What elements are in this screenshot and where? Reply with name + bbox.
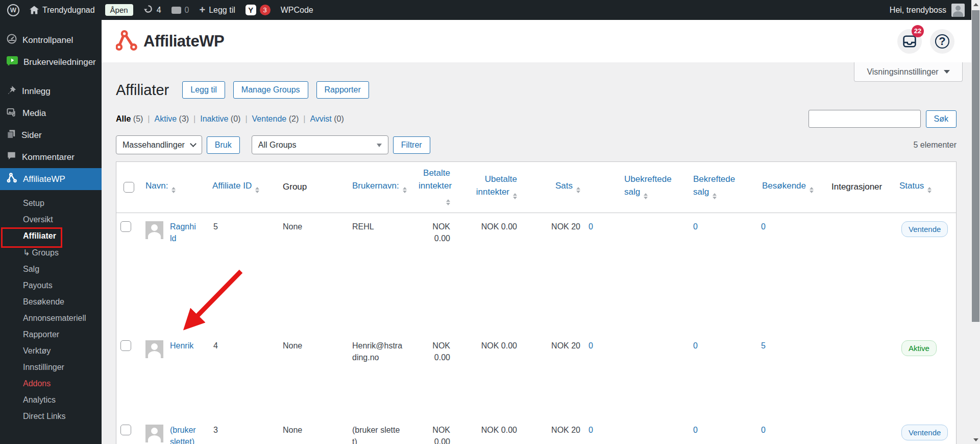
reports-button[interactable]: Rapporter bbox=[316, 81, 369, 99]
yoast-menu[interactable]: 3 bbox=[246, 5, 271, 15]
sidebar-item-comments[interactable]: Kommentarer bbox=[0, 146, 102, 168]
filter-inactive-link[interactable]: Inaktive bbox=[200, 114, 228, 123]
submenu-referrals[interactable]: Salg bbox=[0, 261, 102, 277]
submenu-reports[interactable]: Rapporter bbox=[0, 326, 102, 343]
page-scrollbar[interactable] bbox=[971, 0, 980, 444]
screen-options-toggle[interactable]: Visningsinnstillinger bbox=[854, 62, 963, 82]
submenu-payouts[interactable]: Payouts bbox=[0, 277, 102, 294]
filter-pending-link[interactable]: Ventende bbox=[252, 114, 287, 123]
visits-count-link[interactable]: 0 bbox=[761, 426, 766, 434]
select-all-checkbox[interactable] bbox=[124, 182, 134, 193]
cell-paid-earnings: NOK 0.00 bbox=[414, 416, 454, 444]
wp-admin-bar: Trendydugnad Åpen 4 0 + Legg til 3 WPCod… bbox=[0, 0, 980, 20]
groups-filter-select[interactable]: All Groups bbox=[252, 135, 388, 154]
column-status: Status bbox=[897, 175, 956, 200]
cell-username: (bruker slettet) bbox=[349, 416, 408, 444]
brand-name: AffiliateWP bbox=[143, 32, 224, 51]
unconfirmed-count-link[interactable]: 0 bbox=[589, 222, 593, 231]
confirmed-count-link[interactable]: 0 bbox=[693, 426, 698, 434]
scroll-down-button[interactable] bbox=[971, 435, 980, 444]
add-new-button[interactable]: Legg til bbox=[182, 81, 225, 99]
cell-username: Henrik@hstrading.no bbox=[349, 332, 408, 363]
plus-icon: + bbox=[199, 4, 205, 16]
site-menu[interactable]: Trendydugnad bbox=[30, 6, 95, 15]
sort-name-link[interactable]: Navn: bbox=[145, 181, 168, 191]
affiliate-name-link[interactable]: Ragnhild bbox=[170, 221, 197, 244]
sort-username-link[interactable]: Brukernavn: bbox=[352, 181, 399, 191]
submenu-creatives[interactable]: Annonsemateriell bbox=[0, 310, 102, 326]
filter-button[interactable]: Filtrer bbox=[393, 136, 430, 154]
comments-menu[interactable]: 0 bbox=[172, 6, 189, 15]
wordpress-logo-icon[interactable] bbox=[7, 4, 19, 16]
new-content-menu[interactable]: + Legg til bbox=[199, 4, 235, 16]
sort-visits-link[interactable]: Besøkende bbox=[762, 181, 806, 191]
home-icon bbox=[30, 6, 39, 14]
submenu-setup[interactable]: Setup bbox=[0, 195, 102, 212]
table-row: Ragnhild 5 None REHL NOK 0.00 NOK 0.00 N… bbox=[116, 213, 956, 332]
sort-affiliate-id-link[interactable]: Affiliate ID bbox=[212, 181, 252, 191]
account-greeting[interactable]: Hei, trendyboss bbox=[890, 6, 946, 15]
sort-status-link[interactable]: Status bbox=[899, 181, 924, 191]
sort-arrows-icon bbox=[513, 191, 517, 201]
submenu-tools[interactable]: Verktøy bbox=[0, 343, 102, 359]
sidebar-item-media[interactable]: Media bbox=[0, 102, 102, 124]
sort-arrows-icon bbox=[713, 191, 717, 201]
submenu-analytics[interactable]: Analytics bbox=[0, 392, 102, 408]
unconfirmed-count-link[interactable]: 0 bbox=[589, 341, 593, 350]
sidebar-item-posts[interactable]: Innlegg bbox=[0, 80, 102, 102]
apply-button[interactable]: Bruk bbox=[207, 136, 240, 154]
user-avatar[interactable] bbox=[951, 4, 965, 17]
filter-all-link[interactable]: Alle bbox=[116, 114, 131, 123]
sidebar-item-affiliatewp[interactable]: AffiliateWP bbox=[0, 168, 102, 190]
affiliate-name-link[interactable]: Henrik bbox=[170, 340, 193, 358]
confirmed-count-link[interactable]: 0 bbox=[693, 222, 698, 231]
submenu-overview[interactable]: Oversikt bbox=[0, 212, 102, 228]
filter-rejected-link[interactable]: Avvist bbox=[310, 114, 331, 123]
comments-icon bbox=[172, 7, 181, 14]
search-button[interactable]: Søk bbox=[926, 110, 957, 128]
visits-count-link[interactable]: 0 bbox=[761, 222, 766, 231]
updates-menu[interactable]: 4 bbox=[143, 4, 161, 16]
sidebar-item-dashboard[interactable]: Kontrollpanel bbox=[0, 29, 102, 51]
sort-unconfirmed-link[interactable]: Ubekreftede salg bbox=[624, 174, 672, 197]
cell-integrations bbox=[828, 213, 897, 221]
store-open-badge: Åpen bbox=[105, 4, 133, 16]
notifications-button[interactable]: 22 bbox=[897, 29, 922, 54]
wpcode-menu[interactable]: WPCode bbox=[281, 6, 313, 15]
row-checkbox[interactable] bbox=[120, 340, 131, 351]
search-input[interactable] bbox=[808, 110, 921, 128]
cell-unpaid-earnings: NOK 0.00 bbox=[454, 416, 521, 436]
sidebar-item-pages[interactable]: Sider bbox=[0, 124, 102, 146]
affiliate-name-link[interactable]: (bruker slettet) bbox=[170, 425, 197, 444]
unconfirmed-count-link[interactable]: 0 bbox=[589, 426, 593, 434]
sort-paid-earnings-link[interactable]: Betalte inntekter bbox=[419, 168, 452, 191]
help-button[interactable] bbox=[930, 29, 954, 54]
yoast-notification-badge: 3 bbox=[260, 5, 271, 15]
submenu-affiliates[interactable]: Affiliater bbox=[0, 228, 102, 244]
submenu-groups[interactable]: ↳Groups bbox=[0, 244, 102, 261]
scrollbar-thumb[interactable] bbox=[972, 10, 979, 322]
comments-count: 0 bbox=[185, 6, 189, 15]
branch-arrow-icon: ↳ bbox=[23, 248, 30, 257]
sidebar-item-user-guides[interactable]: Brukerveiledninger bbox=[0, 51, 102, 73]
scroll-up-button[interactable] bbox=[971, 0, 980, 9]
status-filter-links: Alle (5) | Aktive (3) | Inaktive (0) | V… bbox=[116, 114, 344, 124]
row-checkbox[interactable] bbox=[120, 221, 131, 232]
sort-arrows-icon bbox=[172, 185, 176, 195]
bulk-actions-select[interactable]: Massehandlinger bbox=[116, 135, 202, 154]
submenu-settings[interactable]: Innstillinger bbox=[0, 359, 102, 376]
filter-active-link[interactable]: Aktive bbox=[155, 114, 177, 123]
confirmed-count-link[interactable]: 0 bbox=[693, 341, 698, 350]
submenu-visits[interactable]: Besøkende bbox=[0, 294, 102, 310]
new-content-label: Legg til bbox=[209, 6, 235, 15]
sort-unpaid-earnings-link[interactable]: Ubetalte inntekter bbox=[476, 174, 517, 197]
comments-icon bbox=[7, 151, 16, 163]
cell-integrations bbox=[828, 332, 897, 340]
submenu-direct-links[interactable]: Direct Links bbox=[0, 408, 102, 425]
column-paid-earnings: Betalte inntekter bbox=[414, 162, 454, 213]
sort-rate-link[interactable]: Sats bbox=[555, 181, 573, 191]
manage-groups-button[interactable]: Manage Groups bbox=[233, 81, 308, 99]
submenu-addons[interactable]: Addons bbox=[0, 376, 102, 392]
visits-count-link[interactable]: 5 bbox=[761, 341, 766, 350]
row-checkbox[interactable] bbox=[120, 425, 131, 435]
